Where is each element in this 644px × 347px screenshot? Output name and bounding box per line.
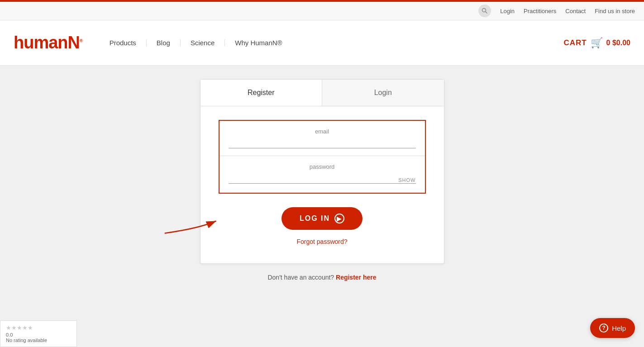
help-icon: ? [599, 323, 608, 333]
utility-login-link[interactable]: Login [500, 8, 515, 14]
main-nav: humanN® Products Blog Science Why HumanN… [0, 20, 644, 66]
form-group: email password SHOW [219, 120, 426, 194]
register-here-link[interactable]: Register here [336, 274, 376, 281]
card-body: email password SHOW [200, 106, 444, 263]
logo[interactable]: humanN® [14, 33, 82, 52]
login-button[interactable]: LOG IN ▶ [281, 207, 363, 230]
nav-links: Products Blog Science Why HumanN® [110, 39, 564, 46]
rating-score: 0.0 [6, 332, 13, 337]
page-content: Register Login email password SHOW [0, 66, 644, 347]
login-btn-label: LOG IN [300, 214, 330, 223]
card-tabs: Register Login [200, 80, 444, 106]
email-label: email [229, 128, 416, 135]
utility-practitioners-link[interactable]: Practitioners [524, 8, 556, 14]
svg-line-1 [486, 12, 487, 14]
cart-icon: 🛒 [591, 37, 603, 49]
help-button[interactable]: ? Help [590, 318, 635, 338]
cart-label: CART [563, 38, 587, 48]
nav-why[interactable]: Why HumanN® [225, 39, 292, 46]
tab-register[interactable]: Register [200, 80, 323, 106]
nav-products[interactable]: Products [110, 39, 147, 46]
register-prompt-text: Don't have an account? [267, 274, 334, 281]
search-icon[interactable] [478, 5, 491, 17]
email-field-container: email [219, 121, 425, 156]
help-label: Help [612, 324, 626, 332]
password-input[interactable] [229, 174, 416, 184]
utility-contact-link[interactable]: Contact [565, 8, 586, 14]
login-card: Register Login email password SHOW [200, 79, 444, 264]
svg-point-0 [482, 9, 486, 12]
login-button-wrap: LOG IN ▶ [219, 207, 426, 230]
nav-science[interactable]: Science [181, 39, 225, 46]
password-field-container: password SHOW [219, 156, 425, 193]
logo-text: humanN® [14, 33, 82, 52]
cart-area[interactable]: CART 🛒 0 $0.00 [563, 37, 630, 49]
login-btn-icon: ▶ [334, 214, 344, 223]
tab-login[interactable]: Login [322, 80, 444, 106]
forgot-password-link[interactable]: Forgot password? [219, 238, 426, 245]
show-password-button[interactable]: SHOW [398, 177, 415, 183]
utility-bar: Login Practitioners Contact Find us in s… [0, 2, 644, 20]
rating-stars: ★★★★★ [6, 324, 71, 331]
no-rating-text: No rating available [6, 337, 71, 343]
nav-blog[interactable]: Blog [147, 39, 181, 46]
register-prompt: Don't have an account? Register here [267, 274, 376, 281]
cart-count: 0 $0.00 [606, 39, 630, 47]
utility-find-us-link[interactable]: Find us in store [595, 8, 635, 14]
arrow-annotation [160, 203, 219, 234]
rating-badge: ★★★★★ 0.0 No rating available [0, 320, 77, 347]
password-label: password [229, 163, 416, 170]
email-input[interactable] [229, 138, 416, 148]
